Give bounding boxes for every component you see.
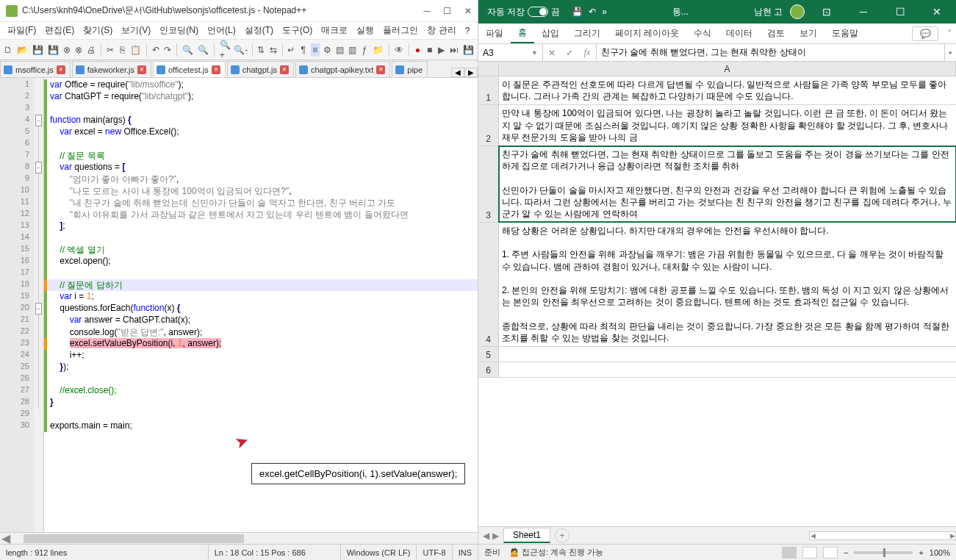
new-file-icon[interactable]: 🗋 bbox=[3, 43, 13, 57]
close-icon[interactable]: ✕ bbox=[464, 6, 472, 16]
close-icon[interactable]: ✕ bbox=[922, 6, 952, 18]
name-box[interactable]: A3▼ bbox=[478, 44, 543, 61]
print-icon[interactable]: 🖨 bbox=[86, 43, 96, 57]
playn-icon[interactable]: ⏭ bbox=[449, 43, 459, 57]
ribbon-draw[interactable]: 그리기 bbox=[567, 24, 608, 43]
ribbon-formulas[interactable]: 수식 bbox=[686, 24, 719, 43]
record-icon[interactable]: ● bbox=[413, 43, 422, 57]
cancel-formula-icon[interactable]: ✕ bbox=[543, 44, 561, 61]
tab-close-icon[interactable]: × bbox=[137, 65, 146, 74]
zoom-in-icon[interactable]: + bbox=[919, 548, 923, 557]
sheet-nav-next-icon[interactable]: ▶ bbox=[492, 531, 499, 541]
menu-language[interactable]: 언어(L) bbox=[203, 23, 240, 38]
grid-row[interactable]: 5 bbox=[478, 347, 956, 362]
play-icon[interactable]: ▶ bbox=[437, 43, 446, 57]
enter-formula-icon[interactable]: ✓ bbox=[561, 44, 578, 61]
save-all-icon[interactable]: 💾 bbox=[47, 43, 60, 57]
sync-v-icon[interactable]: ⇅ bbox=[256, 43, 265, 57]
redo-icon[interactable]: ↷ bbox=[163, 43, 172, 57]
zoom-level[interactable]: 100% bbox=[930, 548, 950, 557]
tab-pipe[interactable]: pipe bbox=[392, 61, 428, 77]
tab-scroll-right-icon[interactable]: ▶ bbox=[464, 68, 478, 77]
all-chars-icon[interactable]: ¶ bbox=[299, 43, 308, 57]
grid-row[interactable]: 2만약 내 통장에 100억이 입금되어 있다면, 나는 굉장히 놀라고 놀랄 … bbox=[478, 105, 956, 146]
doc-list-icon[interactable]: ▥ bbox=[348, 43, 357, 57]
user-avatar[interactable] bbox=[790, 4, 805, 19]
tab-close-icon[interactable]: × bbox=[212, 65, 220, 74]
add-sheet-button[interactable]: + bbox=[555, 528, 569, 543]
menu-view[interactable]: 보기(V) bbox=[117, 23, 155, 38]
normal-view-icon[interactable] bbox=[782, 547, 797, 559]
zoom-in-icon[interactable]: 🔍+ bbox=[219, 43, 231, 57]
cell[interactable]: 해당 상황은 어려운 상황입니다. 하지만 대개의 경우에는 안전을 우선시해야… bbox=[499, 223, 956, 346]
expand-formula-icon[interactable]: ▾ bbox=[944, 44, 956, 61]
tab-apikey[interactable]: chatgpt-apikey.txt× bbox=[295, 61, 390, 77]
save-icon[interactable]: 💾 bbox=[32, 43, 44, 57]
col-header-A[interactable]: A bbox=[499, 62, 956, 76]
sheet-nav-prev-icon[interactable]: ◀ bbox=[483, 531, 489, 541]
zoom-out-icon[interactable]: − bbox=[844, 548, 848, 557]
more-icon[interactable]: » bbox=[602, 7, 607, 17]
autosave-toggle[interactable]: 자동 저장 끔 bbox=[483, 6, 564, 18]
paste-icon[interactable]: 📋 bbox=[129, 43, 142, 57]
grid-row[interactable]: 6 bbox=[478, 362, 956, 378]
ribbon-file[interactable]: 파일 bbox=[478, 24, 511, 43]
doc-map-icon[interactable]: ▤ bbox=[335, 43, 345, 57]
ribbon-help[interactable]: 도움말 bbox=[824, 24, 866, 43]
copy-icon[interactable]: ⎘ bbox=[118, 43, 126, 57]
npp-hscrollbar[interactable]: ◀ bbox=[0, 532, 478, 544]
row-header[interactable]: 1 bbox=[478, 76, 499, 104]
sheet-tab[interactable]: Sheet1 bbox=[503, 528, 550, 543]
close-all-icon[interactable]: ⊗ bbox=[74, 43, 83, 57]
menu-edit[interactable]: 편집(E) bbox=[40, 23, 79, 38]
ribbon-home[interactable]: 홈 bbox=[511, 24, 534, 43]
ribbon-review[interactable]: 검토 bbox=[760, 24, 792, 43]
zoom-out-icon[interactable]: 🔍- bbox=[234, 43, 248, 57]
tab-msoffice[interactable]: msoffice.js× bbox=[0, 61, 71, 77]
menu-macro[interactable]: 매크로 bbox=[317, 23, 352, 38]
menu-tools[interactable]: 도구(O) bbox=[278, 23, 317, 38]
page-layout-view-icon[interactable] bbox=[802, 547, 817, 559]
row-header[interactable]: 2 bbox=[478, 105, 499, 146]
code-editor[interactable]: 1234567891011121314151617181920212223242… bbox=[0, 78, 478, 532]
tab-close-icon[interactable]: × bbox=[280, 65, 289, 74]
menu-search[interactable]: 찾기(S) bbox=[79, 23, 117, 38]
cell[interactable] bbox=[499, 362, 956, 377]
sync-h-icon[interactable]: ⇆ bbox=[269, 43, 278, 57]
ribbon-options-icon[interactable]: ⊡ bbox=[812, 6, 841, 18]
undo-icon[interactable]: ↶ bbox=[589, 7, 596, 17]
grid-row[interactable]: 3친구가 술에 취해 뻗었다면, 그는 현재 취약한 상태이므로 그를 돌보고 … bbox=[478, 146, 956, 223]
grid-row[interactable]: 1이 질문은 주관적인 선호도에 따라 다르게 답변될 수 있습니다. 일반적으… bbox=[478, 76, 956, 105]
menu-file[interactable]: 파일(F) bbox=[3, 23, 40, 38]
formula-input[interactable]: 친구가 술에 취해 뻗었다면, 그는 현재 취약한 상태이 bbox=[597, 46, 944, 59]
tab-fakeworker[interactable]: fakeworker.js× bbox=[72, 61, 151, 77]
menu-settings[interactable]: 설정(T) bbox=[240, 23, 278, 38]
minimize-icon[interactable]: ─ bbox=[423, 6, 430, 16]
open-file-icon[interactable]: 📂 bbox=[16, 43, 29, 57]
fold-column[interactable]: −−− bbox=[34, 78, 44, 532]
select-all-corner[interactable] bbox=[478, 62, 499, 76]
chevron-down-icon[interactable]: ▼ bbox=[531, 49, 538, 57]
cut-icon[interactable]: ✂ bbox=[106, 43, 115, 57]
ribbon-view[interactable]: 보기 bbox=[792, 24, 824, 43]
menu-plugins[interactable]: 플러그인 bbox=[378, 23, 423, 38]
undo-icon[interactable]: ↶ bbox=[151, 43, 160, 57]
cell[interactable]: 친구가 술에 취해 뻗었다면, 그는 현재 취약한 상태이므로 그를 돌보고 도… bbox=[499, 146, 956, 222]
func-list-icon[interactable]: ƒ bbox=[360, 43, 369, 57]
cell[interactable]: 만약 내 통장에 100억이 입금되어 있다면, 나는 굉장히 놀라고 놀랄 것… bbox=[499, 105, 956, 146]
fx-icon[interactable]: fx bbox=[578, 44, 596, 61]
row-header[interactable]: 4 bbox=[478, 223, 499, 346]
save-icon[interactable]: 💾 bbox=[572, 7, 583, 17]
row-header[interactable]: 5 bbox=[478, 347, 499, 362]
monitor-icon[interactable]: 👁 bbox=[394, 43, 404, 57]
tab-officetest[interactable]: officetest.js× bbox=[153, 61, 226, 77]
find-icon[interactable]: 🔍 bbox=[182, 43, 194, 57]
tab-close-icon[interactable]: × bbox=[376, 65, 385, 74]
row-header[interactable]: 6 bbox=[478, 362, 499, 377]
menu-help[interactable]: ? bbox=[461, 24, 475, 37]
code-area[interactable]: var Office = require("lib/msoffice");var… bbox=[47, 78, 478, 532]
comments-button[interactable]: 💬 bbox=[912, 26, 938, 41]
replace-icon[interactable]: 🔍 bbox=[197, 43, 209, 57]
wordwrap-icon[interactable]: ↵ bbox=[287, 43, 295, 57]
close-file-icon[interactable]: ⊗ bbox=[62, 43, 71, 57]
